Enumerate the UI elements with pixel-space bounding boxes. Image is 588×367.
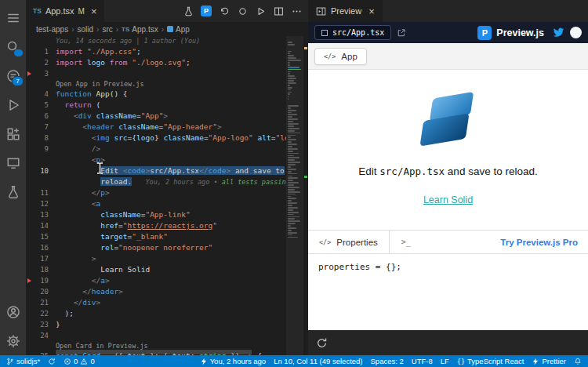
code-line[interactable]: 1import "./App.css"; bbox=[26, 46, 286, 57]
code-line[interactable]: 10 Edit <code>src/App.tsx</code> and sav… bbox=[26, 165, 286, 176]
split-editor-icon[interactable] bbox=[270, 3, 286, 19]
code-line[interactable]: 5 return ( bbox=[26, 100, 286, 111]
activity-item-search[interactable] bbox=[0, 32, 26, 61]
breadcrumb-item-app-tsx[interactable]: TSApp.tsx bbox=[122, 25, 158, 34]
code-text: <img src={logo} className="App-logo" alt… bbox=[56, 133, 286, 144]
status-blame[interactable]: You, 2 hours ago bbox=[200, 357, 267, 365]
activity-item-chat[interactable]: 7 bbox=[0, 61, 26, 90]
branch-icon bbox=[6, 358, 14, 365]
refresh-icon[interactable] bbox=[316, 337, 328, 349]
close-panel-icon[interactable]: × bbox=[368, 5, 375, 17]
code-line[interactable]: 20 </header> bbox=[26, 286, 286, 297]
solid-logo bbox=[415, 95, 482, 150]
code-line[interactable]: 21 </div> bbox=[26, 297, 286, 308]
code-line[interactable]: 4function App() { bbox=[26, 89, 286, 100]
code-editor[interactable]: You, 14 seconds ago | 1 author (You)1imp… bbox=[26, 36, 308, 355]
status-eol[interactable]: LF bbox=[441, 357, 449, 365]
breadcrumb-item-src[interactable]: src bbox=[102, 25, 112, 34]
code-line[interactable]: 8 <img src={logo} className="App-logo" a… bbox=[26, 133, 286, 144]
code-line[interactable]: 15 target="_blank" bbox=[26, 231, 286, 242]
code-line[interactable]: 14 href="https://reactjs.org" bbox=[26, 220, 286, 231]
tab-properties[interactable]: </> Properties bbox=[308, 231, 390, 253]
code-line[interactable]: 24 bbox=[26, 330, 286, 341]
close-tab-icon[interactable]: × bbox=[91, 5, 97, 17]
more-actions-icon[interactable] bbox=[289, 3, 304, 19]
external-link-icon[interactable] bbox=[397, 28, 406, 38]
status-indentation[interactable]: Spaces: 2 bbox=[371, 357, 404, 365]
solid-logo-bottom-shape bbox=[419, 113, 469, 146]
codelens-link[interactable]: Open App in Preview.js bbox=[26, 79, 286, 89]
code-line[interactable]: 19 </a> bbox=[26, 275, 286, 286]
code-line[interactable]: 18 Learn Solid bbox=[26, 264, 286, 275]
tab-preview[interactable]: Preview × bbox=[308, 0, 383, 22]
status-language-mode[interactable]: {} TypeScript React bbox=[457, 357, 524, 365]
line-number: 11 bbox=[26, 187, 56, 198]
activity-item-testing[interactable] bbox=[0, 177, 26, 206]
code-line[interactable]: 9 /> bbox=[26, 144, 286, 154]
status-sync[interactable] bbox=[48, 358, 56, 365]
terminal-icon[interactable]: >_ bbox=[390, 238, 423, 246]
code-line[interactable]: 3 bbox=[26, 68, 286, 79]
github-icon[interactable] bbox=[570, 27, 582, 38]
breadcrumb-item-solid[interactable]: solid bbox=[77, 25, 93, 34]
run-icon[interactable] bbox=[252, 3, 268, 19]
message-pre: Edit bbox=[358, 165, 379, 177]
code-line[interactable]: 2import logo from "./logo.svg"; bbox=[26, 57, 286, 68]
activity-item-run-debug[interactable] bbox=[0, 90, 26, 119]
activity-bar-bottom bbox=[0, 297, 26, 355]
message-code: src/App.tsx bbox=[379, 165, 445, 177]
status-notifications[interactable] bbox=[574, 358, 582, 365]
git-deleted-marker bbox=[27, 71, 31, 76]
braces-icon: {} bbox=[457, 358, 465, 365]
twitter-icon[interactable] bbox=[553, 27, 564, 38]
previewjs-pro-link[interactable]: Try Preview.js Pro bbox=[500, 238, 588, 247]
activity-item-remote-explorer[interactable] bbox=[0, 148, 26, 177]
horizontal-scrollbar[interactable] bbox=[56, 350, 252, 354]
open-preview-icon bbox=[316, 6, 326, 16]
activity-item-extensions[interactable] bbox=[0, 119, 26, 148]
code-icon: </> bbox=[319, 238, 331, 246]
bell-icon bbox=[574, 358, 582, 365]
code-line[interactable]: reload. You, 2 hours ago • all tests pas… bbox=[26, 176, 286, 187]
code-text: function App() { bbox=[56, 89, 128, 100]
line-number: 5 bbox=[26, 100, 56, 111]
code-line[interactable]: 13 className="App-link" bbox=[26, 209, 286, 220]
code-line[interactable]: <p> bbox=[26, 154, 286, 165]
minimap[interactable] bbox=[286, 36, 303, 355]
breadcrumb-item-test-apps[interactable]: test-apps bbox=[36, 25, 68, 34]
code-lines[interactable]: You, 14 seconds ago | 1 author (You)1imp… bbox=[26, 36, 286, 355]
learn-solid-link[interactable]: Learn Solid bbox=[423, 194, 473, 205]
status-bar-right: You, 2 hours ago Ln 10, Col 11 (49 selec… bbox=[200, 357, 582, 365]
code-line[interactable]: 23} bbox=[26, 319, 286, 330]
code-line[interactable]: 16 rel="noopener noreferrer" bbox=[26, 242, 286, 253]
component-button-app[interactable]: </> App bbox=[314, 48, 367, 65]
code-line[interactable]: 7 <header className="App-header"> bbox=[26, 122, 286, 133]
git-modified-badge: M bbox=[78, 7, 85, 16]
activity-bar: 7 bbox=[0, 0, 26, 355]
line-number: 9 bbox=[26, 144, 56, 154]
code-line[interactable]: 17 > bbox=[26, 253, 286, 264]
code-line[interactable]: 22 ); bbox=[26, 308, 286, 319]
status-branch[interactable]: solidjs* bbox=[6, 357, 40, 365]
typescript-icon: TS bbox=[122, 26, 129, 33]
code-text: Edit <code>src/App.tsx</code> and save t… bbox=[56, 165, 285, 176]
status-problems[interactable]: 0 0 bbox=[64, 357, 95, 365]
component-bar: </> App bbox=[308, 43, 588, 70]
tab-app-tsx[interactable]: TS App.tsx M × bbox=[26, 0, 104, 22]
properties-editor[interactable]: properties = {}; bbox=[308, 254, 588, 330]
breadcrumb-item-app[interactable]: App bbox=[167, 25, 190, 34]
status-formatter[interactable]: Prettier bbox=[532, 357, 566, 365]
activity-item-account[interactable] bbox=[0, 297, 26, 326]
status-cursor-position[interactable]: Ln 10, Col 11 (49 selected) bbox=[274, 357, 362, 365]
activity-item-settings[interactable] bbox=[0, 326, 26, 355]
previewjs-icon[interactable]: P bbox=[201, 5, 212, 16]
activity-item-menu[interactable] bbox=[0, 3, 26, 32]
discard-icon[interactable] bbox=[216, 3, 232, 19]
record-icon[interactable] bbox=[234, 3, 250, 19]
status-encoding[interactable]: UTF-8 bbox=[412, 357, 433, 365]
code-line[interactable]: 11 </p> bbox=[26, 187, 286, 198]
code-line[interactable]: 6 <div className="App"> bbox=[26, 111, 286, 122]
beaker-icon[interactable] bbox=[180, 3, 196, 19]
file-selector-button[interactable]: src/App.tsx bbox=[314, 25, 391, 40]
code-line[interactable]: 12 <a bbox=[26, 198, 286, 209]
